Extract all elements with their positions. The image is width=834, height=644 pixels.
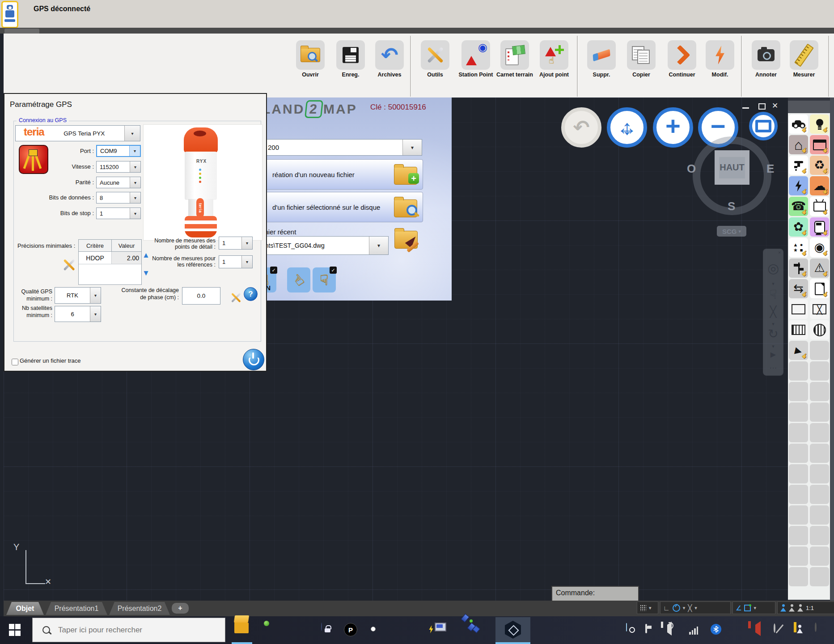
tray-battery-icon[interactable] (645, 625, 647, 633)
chevron-down-icon[interactable]: ▾ (130, 208, 140, 219)
sidebar-item-tv[interactable]: ☛ (810, 197, 829, 216)
sidebar-item-crossed-rectangle[interactable]: ╳ (810, 300, 829, 319)
polar-tracking-icon[interactable] (673, 604, 680, 612)
tray-volume-icon[interactable] (667, 625, 672, 633)
grid-toggle[interactable]: ▾ (637, 602, 658, 614)
phase-tools-icon[interactable] (229, 291, 239, 301)
snap-tracking-group[interactable]: ∟ ▾ ╳ ▾ (660, 602, 731, 614)
chevron-down-icon[interactable]: ▾ (124, 126, 140, 141)
chevron-down-icon[interactable]: ▾ (241, 237, 252, 249)
sidebar-item-train[interactable]: ☛ (810, 217, 829, 237)
compass-south[interactable]: S (728, 199, 735, 213)
sidebar-item-shapes[interactable]: ▲●★■☛ (789, 238, 808, 257)
taskbar-lock-icon[interactable] (321, 623, 322, 631)
sidebar-item-lightbulb[interactable]: ☛ (810, 114, 829, 134)
sidebar-item-house[interactable]: ⌂☛ (789, 135, 808, 154)
chevron-down-icon[interactable]: ▾ (763, 344, 783, 349)
precision-tools-icon[interactable] (61, 257, 73, 269)
chevron-down-icon[interactable]: ▾ (130, 192, 140, 203)
tools-button[interactable]: Outils (413, 40, 457, 78)
annotation-auto-icon[interactable] (789, 604, 795, 612)
measures-ref-dropdown[interactable]: 1 ▾ (219, 255, 253, 268)
gps-quality-dropdown[interactable]: RTK ▾ (55, 287, 101, 304)
hand-up-button[interactable]: ☝ (287, 267, 310, 292)
gps-device-dropdown[interactable]: teria GPS Teria PYX ▾ (15, 125, 140, 141)
phase-offset-field[interactable]: 0.0 (182, 287, 220, 305)
delete-button[interactable]: Suppr. (579, 40, 624, 78)
recent-file-dropdown[interactable]: ents\TEST_GG04.dwg ▾ (255, 236, 389, 255)
open-file-disk-button[interactable]: d'un fichier sélectionné sur le disque (255, 192, 423, 222)
edit-folder-icon[interactable] (394, 228, 419, 249)
compass-west[interactable]: O (687, 162, 696, 176)
sidebar-item-water-tap[interactable]: ☛ (789, 156, 808, 175)
open-button[interactable]: Ouvrir (288, 40, 333, 78)
tab-presentation2[interactable]: Présentation2 (109, 602, 170, 615)
sidebar-item-cloud-upload[interactable]: ☁☛ (810, 176, 829, 195)
chevron-down-icon[interactable]: ▾ (241, 256, 252, 268)
navigation-wheel-toolbar[interactable]: ✕ ◎ ▾ ☟ ╳ ▾ ↻ ▾ ▶ … (763, 249, 783, 376)
min-satellites-dropdown[interactable]: 6 ▾ (55, 306, 101, 322)
copy-button[interactable]: Copier (619, 40, 664, 78)
restore-button[interactable] (758, 103, 766, 110)
sidebar-item-warning[interactable]: ⚠☛ (810, 258, 829, 278)
tray-surveyor-app-icon[interactable] (794, 623, 796, 631)
tray-bluetooth-icon[interactable] (711, 624, 721, 635)
pan-hand-icon[interactable]: ☟ (763, 288, 783, 301)
sidebar-item-circle-hatch[interactable] (810, 320, 829, 339)
sidebar-item-rectangle[interactable] (789, 300, 808, 319)
port-dropdown[interactable]: COM9 ▾ (96, 145, 141, 157)
steering-wheel-icon[interactable]: ◎ (763, 262, 783, 275)
sidebar-item-signpost[interactable]: ☛ (789, 258, 808, 278)
close-icon[interactable]: ✕ (776, 251, 781, 255)
start-button[interactable] (9, 624, 21, 636)
annotation-scale-group[interactable]: 1:1 (777, 602, 834, 614)
databits-dropdown[interactable]: 8 ▾ (96, 192, 141, 203)
speed-dropdown[interactable]: 115200 ▾ (96, 161, 141, 173)
taskbar-p-app-icon[interactable]: P (344, 623, 357, 636)
field-book-button[interactable]: Carnet terrain (492, 40, 537, 78)
undo-view-button[interactable]: ↶ (561, 107, 601, 148)
annotation-icon[interactable] (797, 604, 803, 612)
sidebar-item-target[interactable]: ◉☛ (810, 238, 829, 257)
tray-intel-icon[interactable] (626, 623, 627, 631)
save-button[interactable]: Enreg. (328, 40, 373, 78)
chevron-down-icon[interactable]: ▾ (763, 281, 783, 286)
chevron-down-icon[interactable]: ▾ (130, 177, 140, 188)
tab-presentation1[interactable]: Présentation1 (46, 602, 107, 615)
chevron-down-icon[interactable]: ▾ (90, 306, 101, 322)
taskbar-land2map-active-app[interactable] (495, 617, 530, 642)
modify-button[interactable]: Modif. (698, 40, 742, 78)
sidebar-item-lightning[interactable]: ☛ (789, 176, 808, 195)
chevron-down-icon[interactable]: ▾ (369, 237, 388, 254)
chevron-down-icon[interactable]: ▾ (763, 322, 783, 326)
chevron-down-icon[interactable]: ▾ (90, 288, 101, 303)
chevron-down-icon[interactable]: ▾ (129, 146, 140, 156)
sidebar-item-browser-window[interactable]: ☛ (810, 135, 829, 154)
tray-total-station-icon[interactable] (815, 623, 817, 631)
chevron-down-icon[interactable]: ▾ (130, 161, 140, 172)
measure-button[interactable]: Mesurer (782, 40, 826, 78)
scale-dropdown[interactable]: 200 ▾ (255, 139, 422, 156)
archives-button[interactable]: ↶ Archives (367, 40, 412, 78)
pan-button[interactable]: ↔↕ (607, 107, 647, 148)
dynamic-input-icon[interactable] (744, 605, 751, 611)
sidebar-item-hatch[interactable] (789, 320, 808, 339)
orbit-icon[interactable]: ↻ (763, 328, 783, 340)
taskbar-search[interactable] (32, 618, 225, 642)
connect-power-button[interactable] (243, 349, 264, 370)
add-tab-button[interactable]: + (172, 603, 189, 614)
add-point-button[interactable]: ☝ Ajout point (532, 40, 576, 78)
decrease-arrow-icon[interactable]: ▼ (142, 269, 150, 277)
angle-dynamic-input-group[interactable]: ∠ ▾ (732, 602, 775, 614)
help-button[interactable]: ? (244, 287, 258, 301)
sidebar-item-car[interactable]: ☛ (789, 114, 808, 134)
precision-table[interactable]: Critère Valeur HDOP 2.00 (78, 239, 142, 285)
sidebar-item-phone[interactable]: ☎☛ (789, 197, 808, 216)
sidebar-item-flower[interactable]: ✿☛ (789, 217, 808, 237)
new-file-button[interactable]: réation d'un nouveau fichier + (255, 159, 423, 190)
close-button[interactable]: ✕ (772, 101, 778, 110)
annotation-visibility-icon[interactable] (780, 604, 786, 612)
tab-objet[interactable]: Objet (6, 602, 44, 615)
tray-network-icon[interactable] (689, 627, 698, 635)
stopbits-dropdown[interactable]: 1 ▾ (96, 208, 141, 219)
